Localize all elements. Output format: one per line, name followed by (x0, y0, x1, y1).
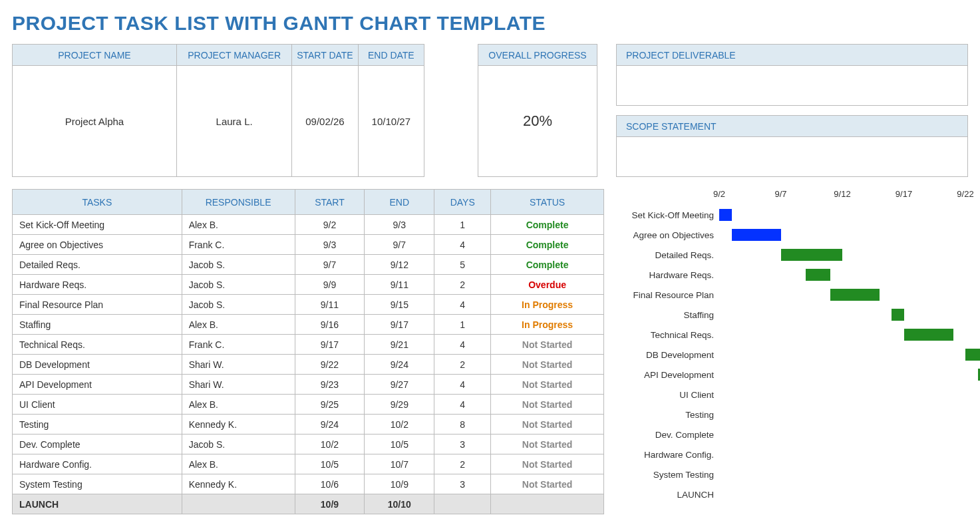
gantt-label: Hardware Config. (616, 450, 719, 460)
gantt-label: Dev. Complete (616, 430, 719, 440)
cell-resp: Alex B. (182, 215, 295, 235)
cell-start: 9/7 (295, 255, 365, 275)
cell-task: Hardware Reqs. (13, 275, 182, 295)
cell-end: 9/29 (365, 395, 434, 415)
gantt-row: Final Resource Plan (616, 285, 968, 305)
gantt-track (719, 348, 968, 361)
table-row[interactable]: LAUNCH10/910/10 (13, 494, 604, 514)
gantt-label: API Development (616, 370, 719, 380)
info-value[interactable]: Laura L. (176, 66, 291, 177)
cell-days: 3 (434, 434, 491, 454)
cell-start: 9/24 (295, 415, 365, 434)
table-row[interactable]: Hardware Reqs.Jacob S.9/99/112Overdue (13, 275, 604, 295)
cell-task: Detailed Reqs. (13, 255, 182, 275)
info-header: PROJECT NAME (13, 45, 177, 66)
table-row[interactable]: DB DevelopmentShari W.9/229/242Not Start… (13, 355, 604, 375)
info-value[interactable]: 10/10/27 (358, 66, 424, 177)
cell-status: Not Started (491, 415, 604, 434)
scope-header: SCOPE STATEMENT (617, 116, 968, 137)
cell-days: 4 (434, 295, 491, 315)
table-row[interactable]: API DevelopmentShari W.9/239/274Not Star… (13, 375, 604, 395)
cell-task: Agree on Objectives (13, 235, 182, 255)
tasks-header: TASKS (13, 190, 182, 215)
gantt-row: Technical Reqs. (616, 325, 968, 345)
table-row[interactable]: Agree on ObjectivesFrank C.9/39/74Comple… (13, 235, 604, 255)
gantt-row: Agree on Objectives (616, 225, 968, 245)
table-row[interactable]: UI ClientAlex B.9/259/294Not Started (13, 395, 604, 415)
table-row[interactable]: System TestingKennedy K.10/610/93Not Sta… (13, 474, 604, 494)
cell-start: 10/9 (295, 494, 365, 514)
table-row[interactable]: Hardware Config.Alex B.10/510/72Not Star… (13, 454, 604, 474)
cell-end: 9/11 (365, 275, 434, 295)
tasks-table: TASKSRESPONSIBLESTARTENDDAYSSTATUS Set K… (12, 189, 604, 514)
table-row[interactable]: Detailed Reqs.Jacob S.9/79/125Complete (13, 255, 604, 275)
cell-end: 10/5 (365, 434, 434, 454)
gantt-axis-tick: 9/12 (834, 189, 850, 199)
cell-status: Overdue (491, 275, 604, 295)
gantt-track (719, 308, 968, 321)
deliverable-value[interactable] (617, 66, 968, 106)
cell-task: API Development (13, 375, 182, 395)
cell-end: 9/7 (365, 235, 434, 255)
tasks-header: STATUS (491, 190, 604, 215)
gantt-label: Technical Reqs. (616, 330, 719, 340)
gantt-bar (904, 329, 953, 341)
gantt-bar (732, 229, 781, 241)
cell-start: 9/16 (295, 315, 365, 335)
info-value[interactable]: 09/02/26 (292, 66, 358, 177)
table-row[interactable]: StaffingAlex B.9/169/171In Progress (13, 315, 604, 335)
table-row[interactable]: Set Kick-Off MeetingAlex B.9/29/31Comple… (13, 215, 604, 235)
cell-days: 5 (434, 255, 491, 275)
deliverable-box: PROJECT DELIVERABLE (616, 44, 968, 106)
gantt-track (719, 488, 968, 501)
cell-resp: Kennedy K. (182, 474, 295, 494)
gantt-bar (719, 209, 732, 221)
cell-start: 9/3 (295, 235, 365, 255)
cell-resp: Shari W. (182, 375, 295, 395)
cell-resp: Jacob S. (182, 255, 295, 275)
cell-days: 2 (434, 355, 491, 375)
cell-status: Not Started (491, 335, 604, 355)
cell-task: System Testing (13, 474, 182, 494)
progress-table: OVERALL PROGRESS 20% (478, 44, 597, 177)
cell-task: Hardware Config. (13, 454, 182, 474)
cell-days: 2 (434, 275, 491, 295)
gantt-track (719, 268, 968, 281)
gantt-track (719, 468, 968, 481)
cell-days: 1 (434, 215, 491, 235)
info-header: START DATE (292, 45, 358, 66)
cell-task: Dev. Complete (13, 434, 182, 454)
cell-days: 8 (434, 415, 491, 434)
gantt-chart: 9/29/79/129/179/22 Set Kick-Off MeetingA… (616, 189, 968, 514)
cell-status: Not Started (491, 355, 604, 375)
gantt-track (719, 428, 968, 441)
cell-end: 9/24 (365, 355, 434, 375)
cell-resp: Alex B. (182, 395, 295, 415)
cell-end: 10/10 (365, 494, 434, 514)
gantt-label: Set Kick-Off Meeting (616, 210, 719, 220)
gantt-track (719, 328, 968, 341)
scope-value[interactable] (617, 137, 968, 177)
cell-end: 10/7 (365, 454, 434, 474)
progress-header: OVERALL PROGRESS (478, 45, 597, 66)
table-row[interactable]: Dev. CompleteJacob S.10/210/53Not Starte… (13, 434, 604, 454)
gantt-bar (830, 289, 880, 301)
info-value[interactable]: Project Alpha (13, 66, 177, 177)
cell-start: 9/23 (295, 375, 365, 395)
cell-task: Testing (13, 415, 182, 434)
cell-status: Not Started (491, 375, 604, 395)
cell-status: Not Started (491, 454, 604, 474)
table-row[interactable]: TestingKennedy K.9/2410/28Not Started (13, 415, 604, 434)
cell-resp: Alex B. (182, 454, 295, 474)
cell-end: 9/21 (365, 335, 434, 355)
gantt-row: Dev. Complete (616, 425, 968, 444)
gantt-track (719, 228, 968, 242)
gantt-track (719, 408, 968, 421)
table-row[interactable]: Final Resource PlanJacob S.9/119/154In P… (13, 295, 604, 315)
tasks-header: END (365, 190, 434, 215)
cell-resp: Frank C. (182, 235, 295, 255)
cell-resp (182, 494, 295, 514)
table-row[interactable]: Technical Reqs.Frank C.9/179/214Not Star… (13, 335, 604, 355)
cell-status: In Progress (491, 315, 604, 335)
gantt-bar (892, 309, 904, 321)
